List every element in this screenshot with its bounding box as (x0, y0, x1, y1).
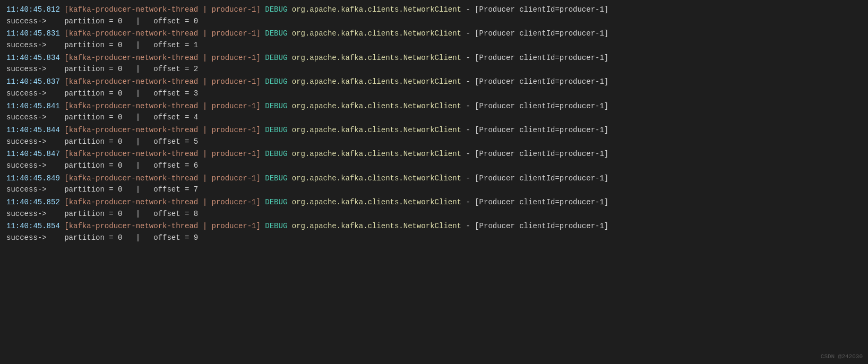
log-container: 11:40:45.812 [kafka-producer-network-thr… (6, 4, 862, 244)
log-level: DEBUG (265, 174, 287, 183)
thread-info: [kafka-producer-network-thread | produce… (64, 102, 261, 110)
log-block: 11:40:45.854 [kafka-producer-network-thr… (6, 221, 862, 244)
logger-name: org.apache.kafka.clients.NetworkClient (292, 102, 461, 110)
success-line: success-> partition = 0 | offset = 2 (6, 64, 862, 75)
thread-info: [kafka-producer-network-thread | produce… (64, 54, 261, 62)
thread-info: [kafka-producer-network-thread | produce… (64, 5, 261, 14)
success-line: success-> partition = 0 | offset = 3 (6, 88, 862, 100)
log-block: 11:40:45.847 [kafka-producer-network-thr… (6, 149, 862, 171)
timestamp: 11:40:45.844 (6, 126, 60, 134)
log-message: - [Producer clientId=producer-1] (461, 150, 608, 158)
log-block: 11:40:45.844 [kafka-producer-network-thr… (6, 125, 862, 148)
success-line: success-> partition = 0 | offset = 4 (6, 112, 862, 124)
log-message: - [Producer clientId=producer-1] (461, 174, 608, 183)
log-block: 11:40:45.849 [kafka-producer-network-thr… (6, 173, 862, 196)
logger-name: org.apache.kafka.clients.NetworkClient (292, 54, 461, 62)
logger-name: org.apache.kafka.clients.NetworkClient (292, 174, 461, 183)
log-line: 11:40:45.834 [kafka-producer-network-thr… (6, 53, 862, 64)
log-line: 11:40:45.831 [kafka-producer-network-thr… (6, 28, 862, 40)
log-block: 11:40:45.841 [kafka-producer-network-thr… (6, 101, 862, 124)
success-line: success-> partition = 0 | offset = 1 (6, 40, 862, 51)
log-line: 11:40:45.841 [kafka-producer-network-thr… (6, 101, 862, 112)
thread-info: [kafka-producer-network-thread | produce… (64, 222, 261, 230)
log-level: DEBUG (265, 126, 287, 134)
log-line: 11:40:45.847 [kafka-producer-network-thr… (6, 149, 862, 160)
log-message: - [Producer clientId=producer-1] (461, 5, 608, 14)
log-message: - [Producer clientId=producer-1] (461, 222, 608, 230)
log-block: 11:40:45.837 [kafka-producer-network-thr… (6, 76, 862, 99)
logger-name: org.apache.kafka.clients.NetworkClient (292, 77, 461, 86)
success-line: success-> partition = 0 | offset = 9 (6, 232, 862, 244)
success-line: success-> partition = 0 | offset = 8 (6, 209, 862, 220)
log-block: 11:40:45.834 [kafka-producer-network-thr… (6, 53, 862, 75)
timestamp: 11:40:45.849 (6, 174, 60, 183)
success-line: success-> partition = 0 | offset = 0 (6, 16, 862, 28)
log-message: - [Producer clientId=producer-1] (461, 54, 608, 62)
logger-name: org.apache.kafka.clients.NetworkClient (292, 198, 461, 206)
success-line: success-> partition = 0 | offset = 5 (6, 136, 862, 148)
timestamp: 11:40:45.837 (6, 77, 60, 86)
log-level: DEBUG (265, 54, 287, 62)
log-line: 11:40:45.812 [kafka-producer-network-thr… (6, 4, 862, 16)
log-line: 11:40:45.837 [kafka-producer-network-thr… (6, 76, 862, 88)
log-line: 11:40:45.852 [kafka-producer-network-thr… (6, 197, 862, 209)
log-level: DEBUG (265, 150, 287, 158)
log-block: 11:40:45.831 [kafka-producer-network-thr… (6, 28, 862, 51)
log-block: 11:40:45.852 [kafka-producer-network-thr… (6, 197, 862, 220)
logger-name: org.apache.kafka.clients.NetworkClient (292, 222, 461, 230)
log-message: - [Producer clientId=producer-1] (461, 102, 608, 110)
logger-name: org.apache.kafka.clients.NetworkClient (292, 29, 461, 38)
log-message: - [Producer clientId=producer-1] (461, 126, 608, 134)
log-level: DEBUG (265, 77, 287, 86)
timestamp: 11:40:45.854 (6, 222, 60, 230)
log-level: DEBUG (265, 198, 287, 206)
log-level: DEBUG (265, 29, 287, 38)
logger-name: org.apache.kafka.clients.NetworkClient (292, 126, 461, 134)
thread-info: [kafka-producer-network-thread | produce… (64, 126, 261, 134)
logger-name: org.apache.kafka.clients.NetworkClient (292, 5, 461, 14)
timestamp: 11:40:45.841 (6, 102, 60, 110)
watermark: CSDN @242030 (821, 352, 863, 361)
log-message: - [Producer clientId=producer-1] (461, 77, 608, 86)
logger-name: org.apache.kafka.clients.NetworkClient (292, 150, 461, 158)
log-line: 11:40:45.854 [kafka-producer-network-thr… (6, 221, 862, 232)
log-level: DEBUG (265, 222, 287, 230)
success-line: success-> partition = 0 | offset = 7 (6, 184, 862, 196)
thread-info: [kafka-producer-network-thread | produce… (64, 150, 261, 158)
log-message: - [Producer clientId=producer-1] (461, 29, 608, 38)
timestamp: 11:40:45.831 (6, 29, 60, 38)
log-block: 11:40:45.812 [kafka-producer-network-thr… (6, 4, 862, 27)
log-line: 11:40:45.849 [kafka-producer-network-thr… (6, 173, 862, 185)
log-level: DEBUG (265, 102, 287, 110)
thread-info: [kafka-producer-network-thread | produce… (64, 29, 261, 38)
timestamp: 11:40:45.852 (6, 198, 60, 206)
timestamp: 11:40:45.834 (6, 54, 60, 62)
success-line: success-> partition = 0 | offset = 6 (6, 160, 862, 172)
timestamp: 11:40:45.812 (6, 5, 60, 14)
log-message: - [Producer clientId=producer-1] (461, 198, 608, 206)
timestamp: 11:40:45.847 (6, 150, 60, 158)
thread-info: [kafka-producer-network-thread | produce… (64, 174, 261, 183)
thread-info: [kafka-producer-network-thread | produce… (64, 198, 261, 206)
log-line: 11:40:45.844 [kafka-producer-network-thr… (6, 125, 862, 136)
log-level: DEBUG (265, 5, 287, 14)
thread-info: [kafka-producer-network-thread | produce… (64, 77, 261, 86)
